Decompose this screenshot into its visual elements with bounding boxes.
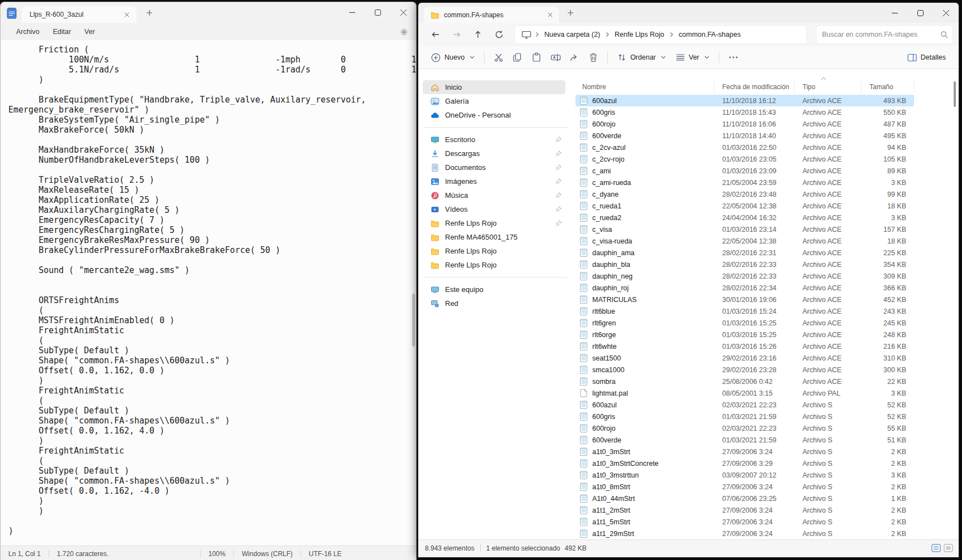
encoding[interactable]: UTF-16 LE bbox=[301, 550, 350, 558]
table-row[interactable]: dauphin_bla28/02/2016 22:33Archivo ACE35… bbox=[576, 259, 914, 270]
sidebar-item-documentos[interactable]: Documentos bbox=[423, 160, 565, 174]
paste-icon[interactable] bbox=[527, 49, 546, 66]
back-icon[interactable] bbox=[426, 26, 445, 43]
view-button[interactable]: Ver bbox=[671, 50, 714, 65]
table-row[interactable]: c_ami01/03/2016 23:09Archivo ACE89 KB bbox=[576, 165, 914, 177]
table-row[interactable]: c_rueda224/04/2004 16:32Archivo ACE3 KB bbox=[576, 212, 914, 223]
table-row[interactable]: a1t0_3mStrtConcrete27/09/2006 3:29Archiv… bbox=[576, 457, 914, 469]
table-row[interactable]: 600gris01/03/2021 21:59Archivo S52 KB bbox=[576, 411, 914, 422]
column-header-nombre[interactable]: Nombre bbox=[576, 81, 714, 92]
breadcrumb-item[interactable]: Renfe Llps Rojo bbox=[611, 29, 668, 40]
explorer-tab-close-icon[interactable] bbox=[544, 9, 555, 21]
up-icon[interactable] bbox=[468, 26, 487, 43]
chevron-right-icon[interactable] bbox=[604, 32, 611, 37]
more-options-icon[interactable] bbox=[724, 49, 743, 66]
table-row[interactable]: a1t0_3mStrt27/09/2006 3:24Archivo S2 KB bbox=[576, 446, 914, 457]
cut-icon[interactable] bbox=[489, 49, 508, 66]
sidebar-item-renfe-llps-rojo[interactable]: Renfe Llps Rojo bbox=[423, 258, 565, 272]
table-row[interactable]: c_dyane28/02/2016 23:48Archivo ACE99 KB bbox=[576, 188, 914, 200]
new-button[interactable]: Nuevo bbox=[426, 50, 480, 66]
table-row[interactable]: sombra25/08/2006 0:42Archivo ACE22 KB bbox=[576, 376, 914, 387]
sidebar-item-renfe-llps-rojo[interactable]: Renfe Llps Rojo bbox=[423, 216, 565, 230]
sidebar-item-descargas[interactable]: Descargas bbox=[423, 147, 565, 160]
table-row[interactable]: seat150029/02/2016 23:16Archivo ACE310 K… bbox=[576, 352, 914, 364]
chevron-right-icon[interactable] bbox=[668, 32, 675, 37]
table-row[interactable]: A1t0_44mStrt07/06/2006 23:25Archivo S1 K… bbox=[576, 493, 914, 504]
search-input[interactable] bbox=[821, 30, 940, 39]
large-icons-view-toggle-icon[interactable] bbox=[944, 544, 953, 552]
table-row[interactable]: smca100029/02/2016 23:28Archivo ACE300 K… bbox=[576, 364, 914, 376]
table-row[interactable]: 600azul11/10/2018 16:12Archivo ACE493 KB bbox=[576, 95, 914, 106]
sidebar-item-m-sica[interactable]: Música bbox=[423, 188, 565, 202]
table-row[interactable]: 600verde11/10/2018 14:40Archivo ACE495 K… bbox=[576, 130, 914, 142]
this-pc-icon[interactable] bbox=[519, 31, 534, 39]
table-row[interactable]: a1t1_2mStrt27/09/2006 3:24Archivo S2 KB bbox=[576, 504, 914, 516]
sidebar-item-v-deos[interactable]: Vídeos bbox=[423, 202, 565, 216]
chevron-right-icon[interactable] bbox=[534, 32, 540, 37]
close-button[interactable] bbox=[390, 2, 416, 22]
table-row[interactable]: lightmat.pal08/05/2001 3:15Archivo PAL3 … bbox=[576, 387, 914, 399]
menu-archivo[interactable]: Archivo bbox=[9, 26, 46, 38]
details-pane-button[interactable]: Detalles bbox=[902, 50, 951, 65]
table-row[interactable]: rlt6blue01/03/2016 15:24Archivo ACE243 K… bbox=[576, 305, 914, 317]
table-row[interactable]: rlt6orge01/03/2016 15:25Archivo ACE248 K… bbox=[576, 329, 914, 340]
maximize-button[interactable] bbox=[907, 3, 933, 23]
sort-button[interactable]: Ordenar bbox=[612, 50, 671, 65]
breadcrumb[interactable]: Nueva carpeta (2)Renfe Llps Rojocommon.F… bbox=[514, 25, 807, 44]
sidebar-item-onedrive-personal[interactable]: OneDrive - Personal bbox=[423, 108, 565, 122]
scrollbar-thumb[interactable] bbox=[412, 294, 415, 347]
menu-ver[interactable]: Ver bbox=[78, 26, 101, 38]
table-row[interactable]: 600verde01/03/2021 21:59Archivo S51 KB bbox=[576, 434, 914, 446]
table-row[interactable]: c_2cv-azul01/03/2016 22:50Archivo ACE94 … bbox=[576, 142, 914, 153]
breadcrumb-item[interactable]: Nueva carpeta (2) bbox=[540, 29, 604, 40]
rename-icon[interactable] bbox=[546, 49, 565, 66]
table-row[interactable]: a1t1_29mStrt27/09/2006 3:24Archivo S2 KB bbox=[576, 528, 914, 539]
table-row[interactable]: dauphin_roj28/02/2016 22:34Archivo ACE36… bbox=[576, 282, 914, 294]
explorer-tab[interactable]: common.FA-shapes bbox=[424, 7, 559, 23]
search-box[interactable] bbox=[816, 25, 953, 44]
breadcrumb-item[interactable]: common.FA-shapes bbox=[675, 29, 745, 40]
sidebar-item-este-equipo[interactable]: Este equipo bbox=[423, 283, 565, 296]
scrollbar-thumb[interactable] bbox=[954, 81, 956, 107]
table-row[interactable]: a1t0_3mstrttun03/09/2007 20:12Archivo S3… bbox=[576, 469, 914, 481]
sidebar-item-inicio[interactable]: Inicio bbox=[423, 80, 565, 94]
sidebar-item-galer-a[interactable]: Galería bbox=[423, 94, 565, 108]
menu-editar[interactable]: Editar bbox=[46, 26, 78, 38]
table-row[interactable]: c_2cv-rojo01/03/2016 23:05Archivo ACE105… bbox=[576, 153, 914, 165]
minimize-button[interactable] bbox=[882, 3, 907, 23]
refresh-icon[interactable] bbox=[490, 26, 509, 43]
sidebar-item-red[interactable]: Red bbox=[423, 296, 565, 310]
notepad-new-tab-button[interactable] bbox=[142, 6, 157, 20]
table-row[interactable]: c_visa-rueda22/05/2004 12:38Archivo ACE1… bbox=[576, 235, 914, 247]
sidebar-item-escritorio[interactable]: Escritorio bbox=[423, 133, 565, 147]
table-row[interactable]: c_rueda122/05/2004 12:38Archivo ACE18 KB bbox=[576, 200, 914, 212]
delete-icon[interactable] bbox=[584, 49, 603, 66]
table-row[interactable]: MATRICULAS30/01/2016 19:06Archivo ACE452… bbox=[576, 294, 914, 305]
zoom-level[interactable]: 100% bbox=[201, 550, 234, 558]
sidebar-item-im-genes[interactable]: Imágenes bbox=[423, 174, 565, 188]
forward-icon[interactable] bbox=[447, 26, 466, 43]
copy-icon[interactable] bbox=[508, 49, 527, 66]
table-row[interactable]: rlt6whte01/03/2016 15:26Archivo ACE216 K… bbox=[576, 340, 914, 352]
table-row[interactable]: dauphin_neg28/02/2016 22:33Archivo ACE30… bbox=[576, 270, 914, 282]
table-row[interactable]: c_visa01/03/2016 23:14Archivo ACE157 KB bbox=[576, 223, 914, 235]
table-row[interactable]: 600rojo02/03/2021 22:23Archivo S55 KB bbox=[576, 422, 914, 434]
notepad-tab-close-icon[interactable] bbox=[121, 9, 132, 20]
notepad-text-area[interactable]: Friction ( 100N/m/s 1 -1mph 0 1 5.1N/rad… bbox=[1, 40, 416, 546]
sidebar-item-renfe-ma465001-175[interactable]: Renfe MA465001_175 bbox=[423, 230, 565, 244]
table-row[interactable]: 600rojo11/10/2018 16:06Archivo ACE487 KB bbox=[576, 118, 914, 130]
close-button[interactable] bbox=[933, 3, 959, 23]
table-row[interactable]: a1t1_5mStrt27/09/2006 3:24Archivo S2 KB bbox=[576, 516, 914, 528]
line-ending[interactable]: Windows (CRLF) bbox=[234, 550, 300, 558]
minimize-button[interactable] bbox=[339, 2, 365, 22]
table-row[interactable]: rlt6gren01/03/2016 15:25Archivo ACE245 K… bbox=[576, 317, 914, 329]
column-header-tamano[interactable]: Tamaño bbox=[862, 81, 914, 92]
notepad-tab[interactable]: Llps_R-600_3azul bbox=[22, 6, 137, 23]
table-row[interactable]: 600azul02/03/2021 22:23Archivo S52 KB bbox=[576, 399, 914, 411]
details-view-toggle-icon[interactable] bbox=[931, 544, 941, 552]
table-row[interactable]: c_ami-rueda21/05/2004 23:59Archivo ACE3 … bbox=[576, 177, 914, 188]
column-header-tipo[interactable]: Tipo bbox=[795, 81, 862, 92]
sidebar-item-renfe-llps-rojo[interactable]: Renfe Llps Rojo bbox=[423, 244, 565, 258]
table-row[interactable]: 600gris11/10/2018 15:43Archivo ACE550 KB bbox=[576, 106, 914, 118]
settings-gear-icon[interactable] bbox=[400, 28, 408, 36]
